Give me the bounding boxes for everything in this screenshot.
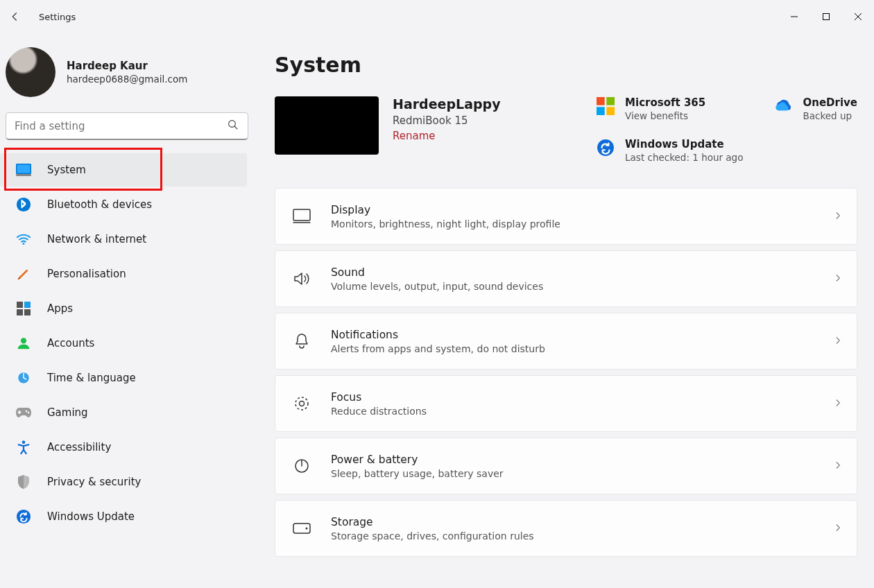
- card-notifications[interactable]: Notifications Alerts from apps and syste…: [275, 313, 857, 370]
- tile-title: Windows Update: [625, 138, 743, 150]
- card-focus[interactable]: Focus Reduce distractions: [275, 375, 857, 432]
- settings-cards: Display Monitors, brightness, night ligh…: [275, 188, 857, 557]
- card-title: Display: [331, 204, 814, 216]
- card-title: Power & battery: [331, 453, 814, 466]
- nav-label: Privacy & security: [47, 476, 141, 488]
- clock-globe-icon: [15, 370, 32, 386]
- apps-icon: [15, 302, 32, 315]
- nav-label: Network & internet: [47, 233, 146, 245]
- card-power-battery[interactable]: Power & battery Sleep, battery usage, ba…: [275, 438, 857, 494]
- bluetooth-icon: [15, 197, 32, 212]
- chevron-right-icon: [833, 397, 843, 410]
- chevron-right-icon: [833, 273, 843, 286]
- chevron-right-icon: [833, 210, 843, 223]
- shield-icon: [15, 474, 32, 490]
- display-icon: [292, 209, 311, 224]
- tile-onedrive[interactable]: OneDrive Backed up: [773, 96, 857, 121]
- svg-point-16: [22, 440, 26, 444]
- maximize-button[interactable]: [810, 6, 842, 28]
- accessibility-icon: [15, 440, 32, 455]
- minimize-button[interactable]: [778, 6, 810, 28]
- nav-label: Accounts: [47, 337, 94, 349]
- nav-label: Apps: [47, 302, 73, 315]
- rename-link[interactable]: Rename: [393, 130, 436, 142]
- chevron-right-icon: [833, 522, 843, 535]
- tile-windows-update[interactable]: Windows Update Last checked: 1 hour ago: [596, 138, 743, 163]
- svg-point-25: [295, 397, 308, 410]
- user-email: hardeep0688@gmail.com: [67, 74, 187, 85]
- svg-point-15: [28, 412, 30, 414]
- nav-label: Windows Update: [47, 510, 135, 523]
- device-name: HardeepLappy: [393, 96, 501, 112]
- svg-rect-7: [17, 302, 23, 308]
- svg-rect-10: [24, 309, 31, 315]
- nav-item-accounts[interactable]: Accounts: [0, 327, 247, 360]
- svg-point-11: [21, 338, 26, 343]
- page-title: System: [275, 53, 857, 77]
- nav-item-time-language[interactable]: Time & language: [0, 361, 247, 395]
- search-input[interactable]: [6, 120, 248, 132]
- svg-point-6: [23, 243, 25, 245]
- card-sub: Storage space, drives, configuration rul…: [331, 530, 814, 542]
- nav-item-windows-update[interactable]: Windows Update: [0, 500, 247, 533]
- gamepad-icon: [15, 406, 32, 419]
- chevron-right-icon: [833, 335, 843, 348]
- person-icon: [15, 336, 32, 351]
- nav-item-apps[interactable]: Apps: [0, 292, 247, 325]
- nav-item-bluetooth[interactable]: Bluetooth & devices: [0, 188, 247, 221]
- chevron-right-icon: [833, 460, 843, 473]
- system-icon: [15, 164, 32, 176]
- svg-rect-9: [17, 309, 23, 315]
- user-profile[interactable]: Hardeep Kaur hardeep0688@gmail.com: [0, 39, 250, 105]
- bell-icon: [292, 333, 311, 349]
- sound-icon: [292, 271, 311, 286]
- storage-icon: [292, 523, 311, 534]
- svg-point-24: [300, 401, 305, 406]
- brush-icon: [15, 266, 32, 282]
- tile-title: Microsoft 365: [625, 96, 705, 109]
- arrow-left-icon: [9, 10, 22, 23]
- power-icon: [292, 458, 311, 474]
- search-input-container: [6, 112, 248, 140]
- tile-sub: Backed up: [803, 110, 857, 121]
- card-storage[interactable]: Storage Storage space, drives, configura…: [275, 500, 857, 557]
- nav-label: Personalisation: [47, 268, 126, 280]
- nav-label: Time & language: [47, 372, 136, 384]
- svg-rect-8: [24, 302, 31, 308]
- tile-microsoft-365[interactable]: Microsoft 365 View benefits: [596, 96, 743, 121]
- nav-item-system[interactable]: System: [0, 153, 247, 187]
- nav-item-personalisation[interactable]: Personalisation: [0, 257, 247, 291]
- tile-title: OneDrive: [803, 96, 857, 109]
- nav-item-accessibility[interactable]: Accessibility: [0, 431, 247, 464]
- tile-sub: Last checked: 1 hour ago: [625, 152, 743, 163]
- avatar: [6, 47, 55, 97]
- device-thumbnail: [275, 96, 379, 155]
- card-sound[interactable]: Sound Volume levels, output, input, soun…: [275, 250, 857, 307]
- nav-item-gaming[interactable]: Gaming: [0, 396, 247, 429]
- user-name: Hardeep Kaur: [67, 60, 187, 72]
- microsoft-365-icon: [596, 96, 615, 116]
- titlebar: Settings: [0, 0, 874, 33]
- card-title: Sound: [331, 266, 814, 279]
- svg-rect-20: [597, 107, 605, 115]
- window-controls: [778, 6, 874, 28]
- card-sub: Volume levels, output, input, sound devi…: [331, 281, 814, 292]
- search-icon: [227, 119, 239, 134]
- card-title: Storage: [331, 516, 814, 528]
- card-title: Notifications: [331, 329, 814, 341]
- nav-label: System: [47, 164, 86, 176]
- svg-rect-21: [606, 107, 615, 115]
- update-icon: [15, 509, 32, 524]
- card-sub: Monitors, brightness, night light, displ…: [331, 218, 814, 230]
- card-display[interactable]: Display Monitors, brightness, night ligh…: [275, 188, 857, 245]
- card-title: Focus: [331, 391, 814, 404]
- onedrive-icon: [773, 96, 793, 116]
- nav-item-network[interactable]: Network & internet: [0, 223, 247, 256]
- update-icon: [596, 138, 615, 157]
- device-block: HardeepLappy RedmiBook 15 Rename: [275, 96, 501, 155]
- nav-item-privacy[interactable]: Privacy & security: [0, 465, 247, 499]
- nav-list: System Bluetooth & devices Network & int…: [0, 150, 250, 534]
- close-button[interactable]: [842, 6, 874, 28]
- wifi-icon: [15, 232, 32, 247]
- back-button[interactable]: [4, 6, 26, 28]
